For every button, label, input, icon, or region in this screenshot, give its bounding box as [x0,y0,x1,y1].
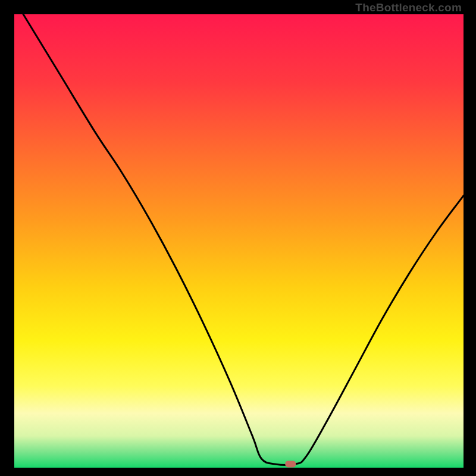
chart-frame [14,14,464,468]
chart-background [14,14,464,468]
watermark-text: TheBottleneck.com [355,1,462,14]
bottleneck-chart [14,14,464,468]
optimum-marker [285,461,296,467]
